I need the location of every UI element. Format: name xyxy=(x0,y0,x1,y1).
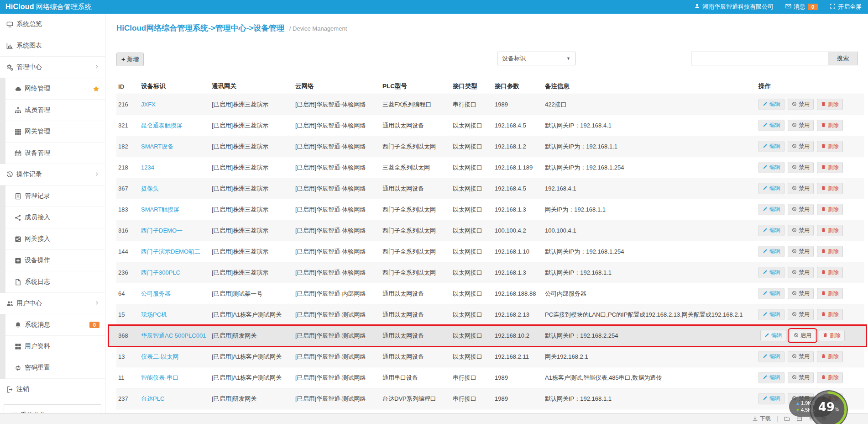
disable-button[interactable]: 禁用 xyxy=(788,351,814,362)
company-account[interactable]: 湖南华辰智通科技有限公司 xyxy=(694,3,774,11)
device-name-link[interactable]: 仪表二-以太网 xyxy=(141,353,178,360)
device-name-link[interactable]: SMART触摸屏 xyxy=(141,206,179,213)
sidebar-item-system-overview[interactable]: 系统总览 xyxy=(0,14,105,35)
device-name-link[interactable]: 昆仑通泰触摸屏 xyxy=(141,122,183,129)
sidebar-item-device-operations[interactable]: 设备操作 xyxy=(5,250,105,271)
delete-button[interactable]: 删除 xyxy=(819,330,845,341)
doc-icon xyxy=(15,193,21,200)
device-note: 192.168.4.1 xyxy=(545,185,758,192)
edit-button[interactable]: 编辑 xyxy=(758,351,784,362)
edit-button[interactable]: 编辑 xyxy=(758,204,784,215)
sidebar-item-user-profile[interactable]: 用户资料 xyxy=(5,336,105,357)
device-name-link[interactable]: 公司服务器 xyxy=(141,290,171,297)
device-name-link[interactable]: 西门子演示DEMO箱二 xyxy=(141,248,200,255)
delete-button[interactable]: 删除 xyxy=(817,246,843,257)
edit-button[interactable]: 编辑 xyxy=(758,141,784,152)
disable-button[interactable]: 禁用 xyxy=(788,120,814,131)
sidebar-item-system-messages[interactable]: 系统消息0 xyxy=(5,314,105,336)
bottom-toolbar: 下载 xyxy=(0,413,868,424)
performance-circle-widget[interactable]: 49% xyxy=(809,389,849,424)
delete-button[interactable]: 删除 xyxy=(817,351,843,362)
search-button[interactable]: 搜索 xyxy=(828,52,858,65)
folder-icon[interactable] xyxy=(784,416,790,422)
sidebar-item-logout[interactable]: 注销 xyxy=(0,379,105,400)
fullscreen-label: 开启全屏 xyxy=(838,3,862,11)
disable-button[interactable]: 禁用 xyxy=(788,225,814,236)
disable-button[interactable]: 禁用 xyxy=(788,99,814,110)
edit-button[interactable]: 编辑 xyxy=(758,99,784,110)
device-name-link[interactable]: 西门子DEMO一 xyxy=(141,227,183,234)
edit-button[interactable]: 编辑 xyxy=(758,246,784,257)
sidebar-item-operation-records[interactable]: 操作记录 xyxy=(0,164,105,186)
disable-button[interactable]: 禁用 xyxy=(788,309,814,320)
edit-button[interactable]: 编辑 xyxy=(758,372,784,383)
add-device-button[interactable]: + 新增 xyxy=(116,53,144,66)
disable-button[interactable]: 禁用 xyxy=(788,246,814,257)
disable-button[interactable]: 禁用 xyxy=(788,288,814,299)
device-name-link[interactable]: JXFX xyxy=(141,101,156,108)
sidebar-item-gateway-access[interactable]: 网关接入 xyxy=(5,228,105,250)
device-name-link[interactable]: 华辰智通AC 500PLC001 xyxy=(141,332,206,339)
edit-button[interactable]: 编辑 xyxy=(758,183,784,194)
messages-link[interactable]: 消息 0 xyxy=(785,3,818,11)
device-plc-model: 通用以太网设备 xyxy=(382,353,453,361)
disable-button[interactable]: 禁用 xyxy=(788,141,814,152)
edit-button[interactable]: 编辑 xyxy=(758,267,784,278)
device-name-link[interactable]: 西门子300PLC xyxy=(141,269,180,276)
disable-button[interactable]: 禁用 xyxy=(788,162,814,173)
edit-icon xyxy=(763,164,768,171)
device-name-link[interactable]: SMART设备 xyxy=(141,143,173,150)
delete-button[interactable]: 删除 xyxy=(817,225,843,236)
edit-icon xyxy=(763,101,768,108)
sidebar-item-label: 用户中心 xyxy=(16,299,42,307)
disable-button[interactable]: 禁用 xyxy=(788,183,814,194)
delete-button[interactable]: 删除 xyxy=(817,204,843,215)
edit-button[interactable]: 编辑 xyxy=(760,330,786,341)
delete-button[interactable]: 删除 xyxy=(817,162,843,173)
sidebar-item-gateway-management[interactable]: 网关管理 xyxy=(5,121,105,143)
delete-button[interactable]: 删除 xyxy=(817,372,843,383)
sidebar-item-member-management[interactable]: 成员管理 xyxy=(5,100,105,121)
edit-button[interactable]: 编辑 xyxy=(758,225,784,236)
sidebar-item-member-access[interactable]: 成员接入 xyxy=(5,207,105,228)
edit-button[interactable]: 编辑 xyxy=(758,120,784,131)
device-name-link[interactable]: 智能仪表-串口 xyxy=(141,374,178,381)
device-interface-type: 以太网接口 xyxy=(453,332,495,340)
sidebar-item-label: 系统日志 xyxy=(25,278,50,286)
disable-button[interactable]: 禁用 xyxy=(788,372,814,383)
fullscreen-toggle[interactable]: 开启全屏 xyxy=(830,3,862,11)
delete-button[interactable]: 删除 xyxy=(817,141,843,152)
edit-button[interactable]: 编辑 xyxy=(758,309,784,320)
enable-button[interactable]: 启用 xyxy=(790,330,816,341)
device-plc-model: 西门子全系列以太网 xyxy=(382,206,453,214)
disable-button[interactable]: 禁用 xyxy=(788,204,814,215)
sidebar-item-label: 网络管理 xyxy=(25,85,50,93)
sidebar-item-management-center[interactable]: 管理中心 xyxy=(0,57,105,78)
delete-button[interactable]: 删除 xyxy=(817,183,843,194)
delete-button[interactable]: 删除 xyxy=(817,99,843,110)
sidebar-item-user-center[interactable]: 用户中心 xyxy=(0,293,105,314)
device-name-link[interactable]: 现场PC机 xyxy=(141,311,167,318)
edit-button[interactable]: 编辑 xyxy=(758,162,784,173)
sidebar-item-device-management[interactable]: 设备管理 xyxy=(5,143,105,164)
search-input[interactable] xyxy=(691,52,828,65)
edit-button[interactable]: 编辑 xyxy=(758,393,784,404)
edit-button[interactable]: 编辑 xyxy=(758,288,784,299)
sidebar-item-management-records[interactable]: 管理记录 xyxy=(5,186,105,207)
toolbar-separator xyxy=(777,416,778,422)
sidebar-item-system-logs[interactable]: 系统日志 xyxy=(5,271,105,293)
sidebar-item-password-reset[interactable]: 密码重置 xyxy=(5,357,105,379)
disable-button[interactable]: 禁用 xyxy=(788,267,814,278)
sidebar-item-network-management[interactable]: 网络管理 xyxy=(5,78,105,100)
device-name-link[interactable]: 摄像头 xyxy=(141,185,159,192)
delete-button[interactable]: 删除 xyxy=(817,267,843,278)
device-name-link[interactable]: 台达PLC xyxy=(141,395,164,402)
download-button[interactable]: 下载 xyxy=(752,415,771,423)
edit-icon xyxy=(763,249,768,255)
sidebar-item-system-charts[interactable]: 系统图表 xyxy=(0,35,105,57)
device-name-link[interactable]: 1234 xyxy=(141,164,154,171)
delete-button[interactable]: 删除 xyxy=(817,309,843,320)
delete-button[interactable]: 删除 xyxy=(817,288,843,299)
delete-button[interactable]: 删除 xyxy=(817,120,843,131)
device-filter-select[interactable]: 设备标识 ▼ xyxy=(497,52,575,65)
